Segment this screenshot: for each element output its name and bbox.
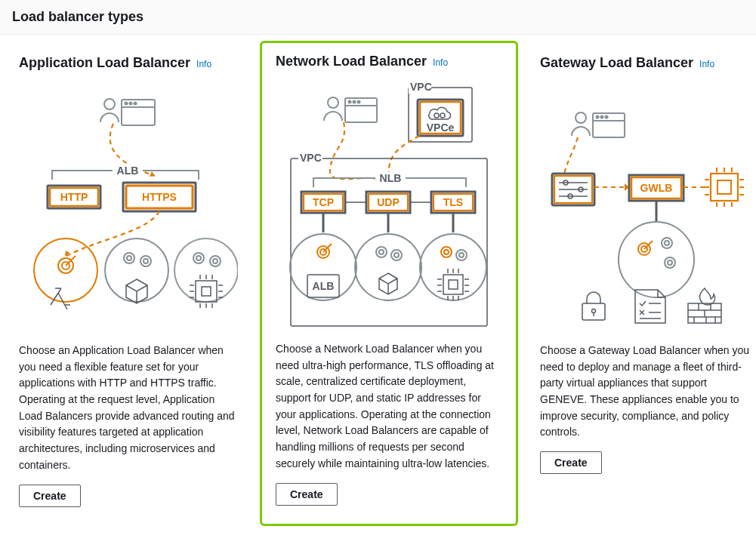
svg-point-43 bbox=[353, 101, 356, 103]
nlb-target-1-icon: ALB bbox=[290, 234, 356, 300]
svg-point-16 bbox=[124, 253, 134, 263]
svg-rect-25 bbox=[196, 281, 217, 302]
svg-rect-26 bbox=[202, 287, 211, 296]
alb-create-button[interactable]: Create bbox=[19, 485, 81, 507]
svg-point-98 bbox=[601, 116, 603, 118]
svg-line-128 bbox=[644, 241, 653, 249]
svg-point-129 bbox=[662, 238, 672, 248]
svg-point-130 bbox=[665, 241, 669, 245]
svg-point-42 bbox=[349, 101, 351, 103]
svg-point-132 bbox=[668, 260, 672, 265]
lock-icon bbox=[582, 292, 605, 320]
nlb-alb-label: ALB bbox=[313, 280, 335, 292]
svg-line-68 bbox=[323, 244, 332, 252]
firewall-icon bbox=[688, 288, 721, 323]
vpc-label-2: VPC bbox=[300, 152, 322, 164]
svg-point-99 bbox=[606, 116, 608, 118]
nlb-description: Choose a Network Load Balancer when you … bbox=[276, 341, 502, 472]
gwlb-create-button[interactable]: Create bbox=[540, 451, 602, 474]
nlb-info-link[interactable]: Info bbox=[433, 57, 448, 68]
svg-point-5 bbox=[134, 103, 137, 105]
svg-point-21 bbox=[193, 253, 204, 263]
svg-point-3 bbox=[125, 103, 128, 105]
gwlb-description: Choose a Gateway Load Balancer when you … bbox=[540, 343, 751, 441]
svg-point-77 bbox=[444, 250, 449, 254]
svg-point-75 bbox=[420, 234, 486, 300]
card-nlb-title: Network Load Balancer bbox=[276, 54, 427, 69]
svg-point-72 bbox=[379, 250, 384, 254]
alb-info-link[interactable]: Info bbox=[196, 59, 211, 69]
alb-diagram: ALB HTTP HTTPS bbox=[19, 82, 238, 335]
https-label: HTTPS bbox=[142, 191, 177, 203]
vpce-label: VPCe bbox=[427, 122, 455, 134]
tcp-label: TCP bbox=[313, 196, 334, 208]
alb-label: ALB bbox=[117, 165, 139, 177]
svg-point-74 bbox=[394, 253, 399, 257]
chip-icon bbox=[705, 168, 744, 207]
udp-label: UDP bbox=[377, 196, 400, 208]
card-gwlb: Gateway Load Balancer Info bbox=[524, 41, 756, 526]
gwlb-label: GWLB bbox=[640, 182, 673, 194]
svg-point-76 bbox=[441, 247, 452, 257]
svg-point-4 bbox=[130, 103, 132, 105]
svg-point-20 bbox=[174, 238, 238, 302]
gwlb-diagram: GWLB bbox=[540, 82, 751, 335]
nlb-create-button[interactable]: Create bbox=[276, 483, 338, 506]
nlb-label: NLB bbox=[380, 172, 402, 184]
svg-point-97 bbox=[597, 116, 599, 118]
nlb-diagram: VPC VPCe VPC NLB bbox=[276, 80, 502, 334]
svg-rect-111 bbox=[717, 180, 731, 194]
nlb-target-3-icon bbox=[420, 234, 486, 300]
nlb-target-2-icon bbox=[355, 234, 421, 300]
card-gwlb-title: Gateway Load Balancer bbox=[540, 55, 693, 71]
svg-point-94 bbox=[575, 112, 586, 123]
card-nlb: Network Load Balancer Info VPC bbox=[260, 41, 518, 526]
svg-point-0 bbox=[104, 99, 115, 109]
alb-description: Choose an Application Load Balancer when… bbox=[19, 343, 238, 474]
gwlb-info-link[interactable]: Info bbox=[699, 59, 714, 69]
svg-rect-81 bbox=[449, 280, 458, 289]
svg-point-71 bbox=[376, 247, 387, 257]
svg-point-78 bbox=[456, 250, 467, 260]
svg-point-44 bbox=[358, 101, 360, 103]
svg-point-39 bbox=[328, 97, 338, 108]
http-label: HTTP bbox=[60, 191, 88, 203]
gwlb-target-icon bbox=[619, 222, 694, 297]
svg-point-19 bbox=[143, 259, 148, 263]
svg-point-24 bbox=[213, 259, 218, 263]
target-group-3-icon bbox=[174, 238, 238, 308]
svg-point-17 bbox=[127, 256, 131, 260]
page-title: Load balancer types bbox=[12, 9, 744, 25]
svg-point-22 bbox=[196, 256, 201, 260]
svg-point-73 bbox=[391, 250, 402, 260]
svg-point-18 bbox=[140, 256, 151, 266]
vpc-label-1: VPC bbox=[410, 81, 432, 93]
svg-line-14 bbox=[66, 256, 76, 266]
svg-rect-133 bbox=[582, 303, 605, 320]
svg-point-134 bbox=[592, 309, 596, 313]
target-group-1-icon bbox=[34, 238, 97, 309]
checklist-icon bbox=[635, 290, 665, 323]
page-header: Load balancer types bbox=[0, 0, 756, 35]
card-alb-title: Application Load Balancer bbox=[19, 55, 190, 71]
card-alb: Application Load Balancer Info bbox=[3, 41, 254, 526]
svg-point-79 bbox=[459, 253, 464, 257]
tls-label: TLS bbox=[443, 196, 463, 208]
svg-point-131 bbox=[665, 257, 675, 268]
svg-point-23 bbox=[210, 256, 221, 266]
lb-type-cards: Application Load Balancer Info bbox=[0, 35, 756, 532]
svg-rect-110 bbox=[711, 174, 738, 201]
target-group-2-icon bbox=[105, 238, 168, 303]
svg-point-125 bbox=[619, 222, 694, 297]
svg-rect-80 bbox=[443, 275, 463, 294]
